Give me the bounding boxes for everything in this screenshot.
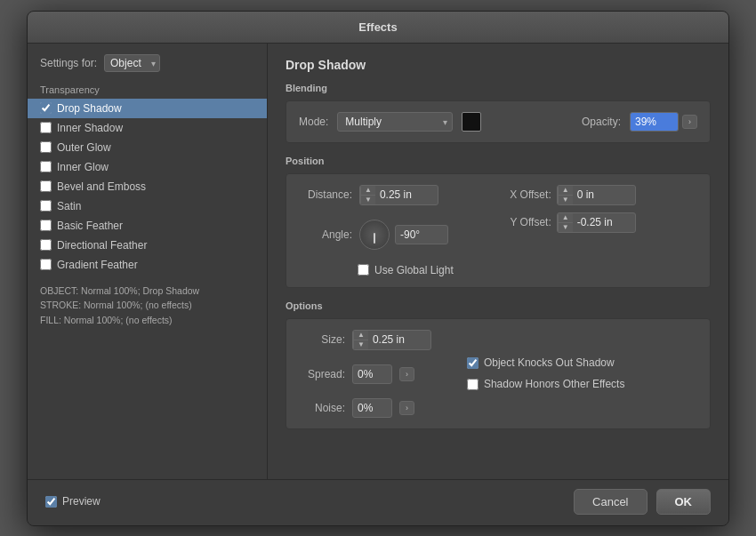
shadow-honors-label: Shadow Honors Other Effects bbox=[484, 378, 625, 390]
preview-checkbox[interactable] bbox=[45, 496, 57, 508]
x-offset-spin-buttons: ▲ ▼ bbox=[558, 186, 573, 204]
effect-item-drop-shadow[interactable]: Drop Shadow bbox=[28, 99, 267, 118]
y-offset-input[interactable] bbox=[573, 213, 635, 231]
options-section-title: Options bbox=[286, 300, 711, 311]
effect-item-outer-glow[interactable]: Outer Glow bbox=[28, 138, 267, 157]
directional-feather-checkbox[interactable] bbox=[40, 239, 52, 251]
angle-label: Angle: bbox=[299, 228, 352, 241]
distance-row: Distance: ▲ ▼ bbox=[299, 185, 454, 205]
basic-feather-checkbox[interactable] bbox=[40, 220, 52, 231]
ok-button[interactable]: OK bbox=[656, 489, 712, 515]
directional-feather-label: Directional Feather bbox=[57, 239, 147, 252]
angle-dial-wrapper bbox=[359, 220, 448, 250]
y-offset-row: Y Offset: ▲ ▼ bbox=[498, 212, 636, 233]
info-line-1: OBJECT: Normal 100%; Drop Shadow bbox=[40, 284, 254, 299]
effect-heading: Drop Shadow bbox=[286, 58, 711, 72]
options-group: Size: ▲ ▼ Spread: bbox=[286, 318, 711, 429]
dialog-footer: Preview Cancel OK bbox=[28, 479, 728, 525]
use-global-light-label: Use Global Light bbox=[374, 264, 454, 276]
gradient-feather-checkbox[interactable] bbox=[40, 259, 52, 270]
preview-row: Preview bbox=[45, 495, 101, 508]
mode-label: Mode: bbox=[299, 116, 328, 128]
mode-select-wrapper: Multiply Normal Screen Overlay Darken Li… bbox=[337, 112, 453, 132]
spread-row: Spread: › bbox=[299, 364, 431, 384]
noise-row: Noise: › bbox=[299, 398, 431, 418]
y-offset-spin-up[interactable]: ▲ bbox=[559, 213, 573, 223]
satin-checkbox[interactable] bbox=[40, 200, 52, 212]
inner-shadow-checkbox[interactable] bbox=[40, 122, 52, 133]
use-global-light-row: Use Global Light bbox=[299, 264, 454, 276]
inner-glow-checkbox[interactable] bbox=[40, 161, 52, 172]
gradient-feather-label: Gradient Feather bbox=[57, 259, 138, 271]
inner-glow-label: Inner Glow bbox=[57, 161, 109, 173]
size-spin-up[interactable]: ▲ bbox=[354, 331, 368, 340]
x-offset-spin-up[interactable]: ▲ bbox=[559, 186, 573, 196]
spread-input[interactable] bbox=[352, 364, 392, 384]
mode-select[interactable]: Multiply Normal Screen Overlay Darken Li… bbox=[337, 112, 453, 132]
distance-spin: ▲ ▼ bbox=[359, 185, 438, 205]
size-input[interactable] bbox=[368, 331, 430, 348]
inner-shadow-label: Inner Shadow bbox=[57, 122, 123, 134]
blending-group: Mode: Multiply Normal Screen Overlay Dar… bbox=[286, 100, 711, 143]
effect-item-bevel-emboss[interactable]: Bevel and Emboss bbox=[28, 177, 267, 196]
opacity-input[interactable] bbox=[630, 112, 679, 132]
bevel-emboss-label: Bevel and Emboss bbox=[57, 180, 146, 193]
distance-spin-down[interactable]: ▼ bbox=[361, 196, 375, 204]
angle-dial[interactable] bbox=[359, 220, 390, 250]
left-panel: Settings for: Object Stroke Fill Text Tr… bbox=[28, 44, 268, 479]
x-offset-spin: ▲ ▼ bbox=[557, 185, 636, 205]
angle-input[interactable] bbox=[395, 225, 448, 244]
shadow-honors-row: Shadow Honors Other Effects bbox=[467, 378, 625, 390]
settings-for-select[interactable]: Object Stroke Fill Text bbox=[104, 54, 160, 72]
outer-glow-label: Outer Glow bbox=[57, 141, 111, 154]
x-offset-spin-down[interactable]: ▼ bbox=[559, 196, 573, 204]
position-group: Distance: ▲ ▼ Angle: bbox=[286, 173, 711, 288]
y-offset-spin: ▲ ▼ bbox=[557, 212, 636, 233]
transparency-section-label: Transparency bbox=[28, 81, 267, 99]
settings-for-select-wrapper: Object Stroke Fill Text bbox=[104, 54, 160, 72]
info-line-2: STROKE: Normal 100%; (no effects) bbox=[40, 298, 254, 313]
dialog-title-bar: Effects bbox=[28, 12, 728, 44]
effects-info-box: OBJECT: Normal 100%; Drop Shadow STROKE:… bbox=[40, 284, 254, 460]
x-offset-label: X Offset: bbox=[498, 188, 551, 201]
distance-input[interactable] bbox=[375, 186, 438, 204]
bevel-emboss-checkbox[interactable] bbox=[40, 180, 52, 192]
outer-glow-checkbox[interactable] bbox=[40, 141, 52, 153]
effect-item-inner-shadow[interactable]: Inner Shadow bbox=[28, 118, 267, 138]
effect-item-inner-glow[interactable]: Inner Glow bbox=[28, 157, 267, 177]
footer-buttons: Cancel OK bbox=[574, 489, 711, 515]
offset-col: X Offset: ▲ ▼ Y Offset: bbox=[498, 185, 636, 276]
size-spin: ▲ ▼ bbox=[352, 330, 431, 350]
object-knocks-row: Object Knocks Out Shadow bbox=[467, 356, 625, 369]
effect-item-basic-feather[interactable]: Basic Feather bbox=[28, 216, 267, 236]
settings-for-label: Settings for: bbox=[40, 57, 97, 69]
object-knocks-checkbox[interactable] bbox=[467, 357, 479, 369]
effect-item-directional-feather[interactable]: Directional Feather bbox=[28, 236, 267, 255]
basic-feather-label: Basic Feather bbox=[57, 220, 123, 232]
x-offset-row: X Offset: ▲ ▼ bbox=[498, 185, 636, 205]
distance-spin-buttons: ▲ ▼ bbox=[360, 186, 375, 204]
opacity-arrow-btn[interactable]: › bbox=[682, 115, 697, 129]
shadow-color-swatch[interactable] bbox=[462, 112, 481, 132]
preview-label: Preview bbox=[62, 495, 101, 508]
noise-input[interactable] bbox=[352, 398, 392, 418]
drop-shadow-checkbox[interactable] bbox=[40, 102, 52, 114]
object-knocks-label: Object Knocks Out Shadow bbox=[484, 356, 615, 369]
spread-arrow-btn[interactable]: › bbox=[399, 367, 414, 381]
y-offset-spin-down[interactable]: ▼ bbox=[559, 223, 573, 232]
x-offset-input[interactable] bbox=[573, 186, 635, 204]
effects-dialog: Effects Settings for: Object Stroke Fill… bbox=[27, 11, 729, 526]
effect-item-gradient-feather[interactable]: Gradient Feather bbox=[28, 255, 267, 275]
effect-item-satin[interactable]: Satin bbox=[28, 196, 267, 216]
drop-shadow-label: Drop Shadow bbox=[57, 102, 122, 115]
distance-spin-up[interactable]: ▲ bbox=[361, 186, 375, 196]
size-spin-buttons: ▲ ▼ bbox=[353, 331, 368, 349]
shadow-honors-checkbox[interactable] bbox=[467, 379, 479, 390]
opacity-wrapper: › bbox=[630, 112, 697, 132]
right-panel: Drop Shadow Blending Mode: Multiply Norm… bbox=[268, 44, 728, 479]
noise-arrow-btn[interactable]: › bbox=[399, 401, 414, 415]
size-spin-down[interactable]: ▼ bbox=[354, 340, 368, 349]
y-offset-label: Y Offset: bbox=[498, 216, 551, 228]
cancel-button[interactable]: Cancel bbox=[574, 489, 647, 515]
use-global-light-checkbox[interactable] bbox=[358, 264, 369, 276]
